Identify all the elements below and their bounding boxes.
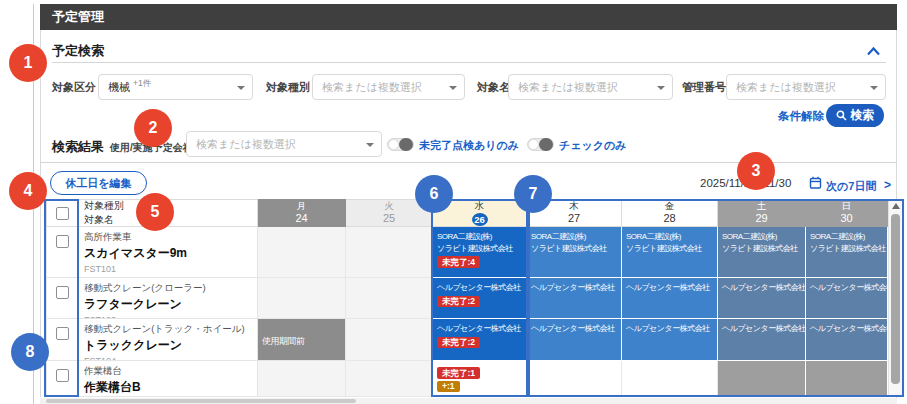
row-checkbox[interactable] [56, 235, 69, 248]
select-all-checkbox[interactable] [56, 207, 69, 220]
schedule-cell[interactable]: ヘルプセンター株式会社 [806, 278, 888, 319]
extra-count-badge: +:1 [437, 381, 460, 393]
field-label-1: 対象区分 [52, 80, 96, 95]
schedule-cell[interactable]: ヘルプセンター株式会社 [718, 278, 806, 319]
today-date-badge: 26 [472, 213, 488, 226]
company-select[interactable]: 検索または複数選択 [186, 131, 382, 157]
scroll-up-arrow-icon[interactable] [892, 203, 900, 209]
company-select-placeholder: 検索または複数選択 [196, 137, 296, 152]
field-label-3: 対象名 [477, 80, 510, 95]
select-all-header-cell [46, 199, 78, 227]
schedule-cell[interactable] [346, 278, 433, 319]
row-checkbox-cell [46, 278, 78, 319]
vertical-scrollbar-thumb[interactable] [891, 214, 900, 384]
row-checkbox-cell [46, 319, 78, 361]
annotation-marker-2: 2 [134, 109, 172, 147]
equipment-name-cell[interactable]: 高所作業車スカイマスター9mFST101 [78, 227, 258, 278]
field-select-4[interactable]: 検索または複数選択 [726, 74, 886, 100]
schedule-cell[interactable]: SORA二建設(株)ソラビト建設株式会社 [806, 227, 888, 278]
horizontal-scrollbar-thumb[interactable] [46, 399, 356, 403]
chevron-down-icon [237, 86, 245, 90]
field-select-2[interactable]: 検索または複数選択 [312, 74, 465, 100]
page-title: 予定管理 [52, 8, 104, 26]
chevron-right-icon[interactable]: > [884, 178, 891, 192]
schedule-cell[interactable] [346, 361, 433, 397]
day-header-24: 月24 [258, 199, 346, 227]
annotation-marker-4: 4 [9, 172, 47, 210]
schedule-cell[interactable]: SORA二建設(株)ソラビト建設株式会社 [622, 227, 718, 278]
search-button[interactable]: 検索 [826, 104, 884, 127]
schedule-cell[interactable] [346, 319, 433, 361]
search-heading-divider [52, 62, 886, 63]
schedule-cell[interactable]: ヘルプセンター株式会社 [527, 319, 622, 361]
edit-holidays-button[interactable]: 休工日を編集 [50, 171, 147, 195]
chevron-down-icon [657, 86, 665, 90]
day-header-28: 金28 [622, 199, 718, 227]
day-header-30: 日30 [806, 199, 888, 227]
schedule-cell[interactable]: SORA二建設(株)ソラビト建設株式会社 [718, 227, 806, 278]
toggle-1[interactable] [387, 138, 414, 151]
incomplete-count-badge: 未完了:2 [437, 296, 480, 308]
incomplete-count-badge: 未完了:2 [437, 337, 480, 349]
field-select-1[interactable]: 機械+1件 [98, 74, 253, 100]
schedule-cell[interactable]: 未完了:1+:1 [433, 361, 527, 397]
schedule-cell[interactable]: ヘルプセンター株式会社未完了:2 [433, 278, 527, 319]
row-checkbox[interactable] [56, 286, 69, 299]
toggle-label-2: チェックのみ [559, 138, 627, 153]
chevron-down-icon [366, 143, 374, 147]
schedule-management-page: 予定管理 予定検索 対象区分機械+1件対象種別検索または複数選択対象名検索または… [0, 0, 907, 404]
annotation-marker-3: 3 [737, 152, 775, 190]
toggle-2[interactable] [527, 138, 554, 151]
schedule-cell[interactable] [258, 227, 346, 278]
row-checkbox[interactable] [56, 369, 69, 382]
chevron-down-icon [449, 86, 457, 90]
equipment-name-cell[interactable]: 移動式クレーン(トラック・ホイール)トラッククレーンFST104 [78, 319, 258, 361]
equipment-name-cell[interactable]: 作業構台作業構台Bkb-1234 [78, 361, 258, 397]
app-header-bar: 予定管理 [40, 4, 897, 30]
schedule-cell[interactable]: ヘルプセンター株式会社 [718, 319, 806, 361]
incomplete-count-badge: 未完了:4 [437, 256, 480, 268]
select-placeholder: 検索または複数選択 [736, 80, 836, 95]
schedule-cell[interactable]: ヘルプセンター株式会社 [622, 278, 718, 319]
annotation-marker-5: 5 [136, 193, 174, 231]
row-checkbox[interactable] [56, 327, 69, 340]
results-heading: 検索結果 [52, 138, 104, 156]
calendar-icon[interactable] [809, 176, 822, 189]
row-checkbox-cell [46, 227, 78, 278]
annotation-marker-6: 6 [415, 175, 453, 213]
toggle-label-1: 未完了点検ありのみ [419, 138, 519, 153]
annotation-marker-8: 8 [11, 333, 49, 371]
incomplete-count-badge: 未完了:1 [437, 367, 480, 379]
field-label-4: 管理番号 [682, 80, 726, 95]
annotation-marker-1: 1 [9, 44, 47, 82]
row-checkbox-cell [46, 361, 78, 397]
schedule-cell[interactable]: ヘルプセンター株式会社未完了:2 [433, 319, 527, 361]
search-icon [836, 110, 847, 121]
schedule-cell[interactable]: SORA二建設(株)ソラビト建設株式会社 [527, 227, 622, 278]
select-placeholder: 検索または複数選択 [518, 80, 618, 95]
equipment-name-cell[interactable]: 移動式クレーン(クローラー)ラフタークレーンFST103 [78, 278, 258, 319]
schedule-cell[interactable] [806, 361, 888, 397]
schedule-cell[interactable]: ヘルプセンター株式会社 [806, 319, 888, 361]
field-label-2: 対象種別 [266, 80, 310, 95]
field-select-3[interactable]: 検索または複数選択 [508, 74, 673, 100]
schedule-cell[interactable] [527, 361, 622, 397]
schedule-cell[interactable] [258, 278, 346, 319]
search-section-heading: 予定検索 [52, 42, 104, 60]
search-button-label: 検索 [851, 107, 875, 124]
schedule-cell[interactable]: ヘルプセンター株式会社 [622, 319, 718, 361]
schedule-cell[interactable] [718, 361, 806, 397]
clear-filters-link[interactable]: 条件解除 [778, 109, 824, 124]
annotation-marker-7: 7 [514, 175, 552, 213]
schedule-cell[interactable]: SORA二建設(株)ソラビト建設株式会社未完了:4 [433, 227, 527, 278]
day-header-29: 土29 [718, 199, 806, 227]
schedule-cell[interactable] [346, 227, 433, 278]
schedule-cell[interactable]: ヘルプセンター株式会社 [527, 278, 622, 319]
schedule-cell[interactable]: 使用期間前 [258, 319, 346, 361]
next-7-days-link[interactable]: 次の7日間 [826, 179, 876, 194]
chevron-down-icon [870, 86, 878, 90]
select-placeholder: 検索または複数選択 [322, 80, 422, 95]
collapse-chevron-icon[interactable] [866, 46, 881, 57]
schedule-cell[interactable] [622, 361, 718, 397]
schedule-cell[interactable] [258, 361, 346, 397]
